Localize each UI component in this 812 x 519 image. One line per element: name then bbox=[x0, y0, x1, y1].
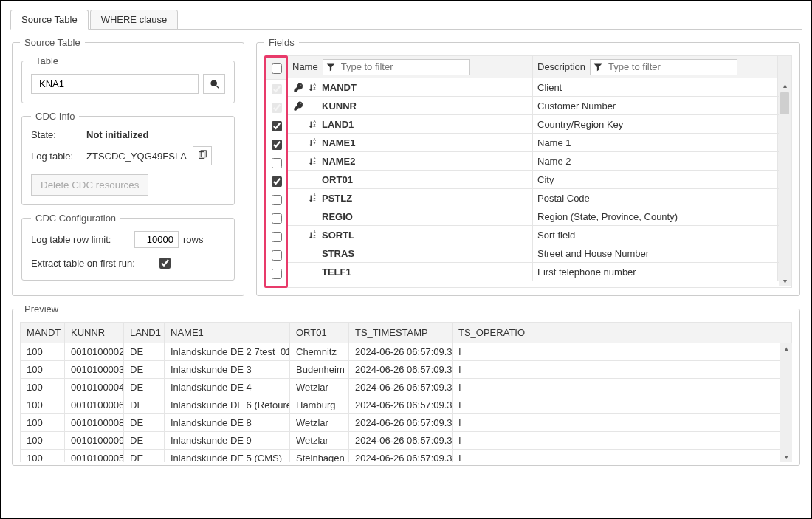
preview-cell: 100 bbox=[21, 414, 65, 432]
extract-label: Extract table on first run: bbox=[31, 258, 156, 269]
preview-cell: DE bbox=[124, 450, 165, 463]
field-name: REGIO bbox=[322, 211, 353, 222]
preview-column-header[interactable]: TS_OPERATION bbox=[453, 323, 526, 343]
field-name: KUNNR bbox=[322, 100, 357, 111]
preview-column-header[interactable]: MANDT bbox=[21, 323, 65, 343]
preview-cell: 0010100004 bbox=[65, 379, 124, 396]
table-box: Table bbox=[21, 55, 235, 103]
rowlimit-unit: rows bbox=[183, 234, 203, 245]
cdc-info-box: CDC Info State: Not initialized Log tabl… bbox=[21, 111, 235, 205]
logtable-value: ZTSCDC_YQG49FSLA bbox=[86, 151, 187, 162]
preview-cell: Steinhagen bbox=[290, 450, 349, 463]
tab-source-table[interactable]: Source Table bbox=[10, 10, 89, 30]
field-row-checkbox[interactable] bbox=[272, 121, 282, 131]
cdc-config-legend: CDC Configuration bbox=[31, 213, 120, 224]
app-frame: Source Table WHERE clause Source Table T… bbox=[0, 0, 812, 519]
preview-column-header[interactable]: LAND1 bbox=[124, 323, 165, 343]
state-value: Not initialized bbox=[86, 129, 149, 140]
tab-where-clause[interactable]: WHERE clause bbox=[90, 10, 179, 30]
preview-column-header[interactable]: KUNNR bbox=[65, 323, 124, 343]
preview-cell: 2024-06-26 06:57:09.349 bbox=[349, 432, 453, 450]
field-name: SORTL bbox=[322, 230, 354, 241]
preview-row[interactable]: 1000010100006DEInlandskunde DE 6 (Retour… bbox=[21, 396, 792, 414]
preview-cell: I bbox=[453, 379, 526, 396]
field-row-checkbox[interactable] bbox=[272, 84, 282, 94]
preview-cell: 100 bbox=[21, 343, 65, 361]
field-row[interactable]: REGIORegion (State, Province, County) bbox=[288, 207, 791, 226]
fields-scrollbar[interactable]: ▴ ▾ bbox=[779, 79, 791, 286]
field-row[interactable]: AZNAME2Name 2 bbox=[288, 152, 791, 171]
preview-cell: Wetzlar bbox=[290, 379, 349, 396]
field-row[interactable]: AZMANDTClient bbox=[288, 78, 791, 97]
scroll-up-icon: ▴ bbox=[779, 79, 791, 91]
preview-row[interactable]: 1000010100004DEInlandskunde DE 4Wetzlar2… bbox=[21, 379, 792, 396]
field-row-checkbox[interactable] bbox=[272, 269, 282, 279]
field-row[interactable]: AZNAME1Name 1 bbox=[288, 134, 791, 152]
preview-legend: Preview bbox=[20, 303, 63, 315]
preview-table: MANDTKUNNRLAND1NAME1ORT01TS_TIMESTAMPTS_… bbox=[20, 322, 792, 462]
field-row-checkbox[interactable] bbox=[272, 176, 282, 187]
field-row-checkbox[interactable] bbox=[272, 213, 282, 224]
field-row-checkbox[interactable] bbox=[272, 250, 282, 261]
field-row[interactable]: AZLAND1Country/Region Key bbox=[288, 115, 791, 134]
preview-row[interactable]: 1000010100009DEInlandskunde DE 9Wetzlar2… bbox=[21, 432, 792, 450]
preview-cell: 0010100002 bbox=[65, 343, 124, 361]
preview-row[interactable]: 1000010100005DEInlandskunde DE 5 (CMS)St… bbox=[21, 450, 792, 463]
preview-cell: 0010100003 bbox=[65, 361, 124, 379]
preview-column-header[interactable]: ORT01 bbox=[290, 323, 349, 343]
fields-select-all-checkbox[interactable] bbox=[272, 63, 282, 74]
sort-icon: AZ bbox=[307, 120, 319, 129]
scroll-down-icon: ▾ bbox=[780, 452, 792, 462]
field-row-checkbox[interactable] bbox=[272, 158, 282, 168]
preview-cell: 100 bbox=[21, 361, 65, 379]
preview-row[interactable]: 1000010100002DEInlandskunde DE 2 7test_0… bbox=[21, 343, 792, 361]
svg-text:A: A bbox=[313, 193, 316, 197]
field-row-checkbox[interactable] bbox=[272, 195, 282, 205]
preview-cell: Inlandskunde DE 9 bbox=[165, 432, 290, 450]
field-row[interactable]: AZPSTLZPostal Code bbox=[288, 189, 791, 207]
preview-column-header[interactable]: NAME1 bbox=[165, 323, 290, 343]
preview-cell: DE bbox=[124, 396, 165, 414]
field-row[interactable]: AZSORTLSort field bbox=[288, 226, 791, 244]
field-name: TELF1 bbox=[322, 267, 351, 278]
svg-text:A: A bbox=[313, 157, 316, 160]
field-description: Street and House Number bbox=[533, 244, 778, 262]
field-row[interactable]: KUNNRCustomer Number bbox=[288, 97, 791, 115]
rowlimit-input[interactable] bbox=[134, 231, 179, 248]
cdc-config-box: CDC Configuration Log table row limit: r… bbox=[21, 213, 235, 281]
preview-cell: I bbox=[453, 343, 526, 361]
fields-name-filter[interactable] bbox=[323, 59, 470, 75]
field-row-checkbox[interactable] bbox=[272, 103, 282, 113]
field-description: Sort field bbox=[533, 226, 778, 244]
preview-row[interactable]: 1000010100003DEInlandskunde DE 3Budenhei… bbox=[21, 361, 792, 379]
field-row-checkbox[interactable] bbox=[272, 140, 282, 150]
preview-panel: Preview MANDTKUNNRLAND1NAME1ORT01TS_TIME… bbox=[12, 303, 800, 466]
search-button[interactable] bbox=[203, 74, 225, 94]
preview-cell: 2024-06-26 06:57:09.349 bbox=[349, 343, 453, 361]
field-row[interactable]: ORT01City bbox=[288, 171, 791, 189]
fields-desc-filter[interactable] bbox=[590, 59, 737, 75]
extract-first-run-checkbox[interactable] bbox=[159, 258, 171, 269]
preview-cell: 100 bbox=[21, 379, 65, 396]
preview-cell: I bbox=[453, 450, 526, 463]
tab-bar: Source Table WHERE clause bbox=[10, 9, 802, 30]
preview-cell: Budenheim bbox=[290, 361, 349, 379]
fields-table: Name Description bbox=[288, 55, 792, 288]
field-name: MANDT bbox=[322, 82, 357, 93]
preview-cell: Inlandskunde DE 2 7test_01 bbox=[165, 343, 290, 361]
preview-cell: I bbox=[453, 361, 526, 379]
preview-cell: 100 bbox=[21, 396, 65, 414]
field-row-checkbox[interactable] bbox=[272, 232, 282, 242]
table-name-input[interactable] bbox=[31, 74, 199, 94]
preview-column-header[interactable]: TS_TIMESTAMP bbox=[349, 323, 453, 343]
preview-cell: 2024-06-26 06:57:09.349 bbox=[349, 450, 453, 463]
preview-cell: Hamburg bbox=[290, 396, 349, 414]
field-row[interactable]: TELF1First telephone number bbox=[288, 263, 791, 281]
filter-icon bbox=[593, 63, 602, 72]
preview-scrollbar[interactable]: ▴ ▾ bbox=[780, 343, 792, 462]
copy-button[interactable] bbox=[193, 146, 212, 165]
field-row[interactable]: STRASStreet and House Number bbox=[288, 244, 791, 263]
sort-icon: AZ bbox=[307, 83, 319, 92]
field-name: STRAS bbox=[322, 248, 354, 259]
preview-row[interactable]: 1000010100008DEInlandskunde DE 8Wetzlar2… bbox=[21, 414, 792, 432]
